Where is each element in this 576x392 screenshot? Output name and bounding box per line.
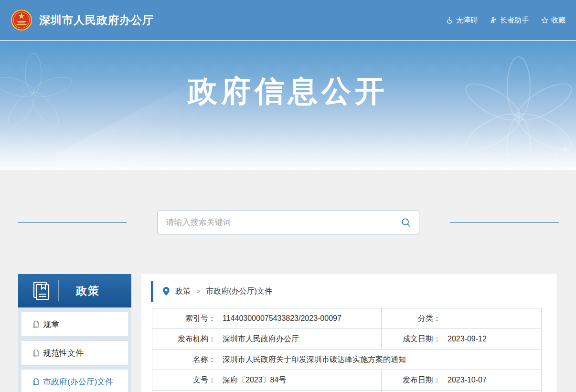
decorative-line-right: [450, 222, 559, 223]
top-link-label: 收藏: [551, 16, 565, 25]
page: 深圳市人民政府办公厅 无障碍: [0, 0, 576, 392]
field-label-category: 分类：: [382, 314, 441, 324]
table-row: 文号： 深府〔2023〕84号 发布日期： 2023-10-07: [152, 370, 542, 391]
field-label-index-number: 索引号：: [152, 314, 216, 324]
search-section: [0, 211, 576, 234]
wheelchair-icon: [446, 16, 453, 24]
doc-info-table: 索引号： 114403000075433823/2023-00097 分类： 发…: [152, 308, 542, 392]
search-button[interactable]: [401, 217, 411, 228]
field-label-publish-date: 发布日期：: [382, 375, 441, 385]
field-value-publish-date: 2023-10-07: [448, 376, 487, 384]
search-input[interactable]: [165, 217, 401, 228]
breadcrumb-accent-bar: [151, 281, 153, 302]
field-value-issuing-agency: 深圳市人民政府办公厅: [223, 334, 299, 344]
book-icon: [31, 280, 52, 301]
topbar-links: 无障碍 长者助手 收藏: [446, 16, 565, 25]
sidebar-item-label: 市政府(办公厅)文件: [43, 376, 113, 387]
search-box: [157, 211, 419, 234]
sidebar: 政策 规章: [18, 274, 131, 392]
table-row: 发布机构： 深圳市人民政府办公厅 成文日期： 2023-09-12: [152, 329, 542, 350]
document-icon: [32, 350, 39, 357]
table-row: 名称： 深圳市人民政府关于印发深圳市碳达峰实施方案的通知: [152, 350, 542, 370]
table-row: 索引号： 114403000075433823/2023-00097 分类：: [152, 308, 542, 329]
breadcrumb-link-policy[interactable]: 政策: [175, 286, 191, 297]
national-emblem-logo: [11, 9, 32, 31]
brand: 深圳市人民政府办公厅: [11, 9, 154, 31]
sidebar-header-policy[interactable]: 政策: [18, 274, 131, 307]
sidebar-item-municipal-government-documents[interactable]: 市政府(办公厅)文件: [21, 370, 128, 392]
sidebar-item-label: 规章: [43, 319, 59, 330]
field-value-index-number: 114403000075433823/2023-00097: [223, 314, 341, 323]
banner: 政府信息公开: [0, 40, 576, 170]
sidebar-item-normative-documents[interactable]: 规范性文件: [21, 341, 128, 365]
field-label-document-name: 名称：: [152, 355, 216, 365]
document-icon: [32, 321, 39, 328]
location-pin-icon: [163, 287, 170, 296]
site-title[interactable]: 深圳市人民政府办公厅: [39, 13, 154, 28]
elder-person-icon: [490, 16, 497, 24]
table-row-partial: [152, 391, 542, 392]
field-value-document-name: 深圳市人民政府关于印发深圳市碳达峰实施方案的通知: [223, 355, 406, 365]
topbar: 深圳市人民政府办公厅 无障碍: [0, 0, 576, 40]
field-label-issuing-agency: 发布机构：: [152, 334, 216, 344]
field-label-document-number: 文号：: [152, 375, 216, 385]
document-icon: [32, 378, 39, 385]
star-icon: [541, 17, 548, 24]
field-value-document-number: 深府〔2023〕84号: [223, 375, 286, 385]
field-label-written-date: 成文日期：: [382, 334, 441, 344]
search-icon: [401, 217, 411, 228]
page-title: 政府信息公开: [0, 71, 576, 111]
sidebar-item-label: 规范性文件: [43, 348, 84, 359]
sidebar-item-regulations[interactable]: 规章: [21, 312, 128, 336]
favorite-link[interactable]: 收藏: [541, 16, 565, 25]
breadcrumb-current: 市政府(办公厅)文件: [206, 286, 272, 297]
elder-assistant-link[interactable]: 长者助手: [490, 16, 529, 25]
breadcrumb-separator: >: [196, 287, 200, 295]
top-link-label: 无障碍: [456, 16, 478, 25]
main-content: 政策 > 市政府(办公厅)文件 索引号： 114403000075433823/…: [141, 274, 557, 392]
field-value-written-date: 2023-09-12: [448, 335, 487, 343]
content-area: 政策 规章: [0, 274, 576, 392]
breadcrumb: 政策 > 市政府(办公厅)文件: [151, 281, 547, 302]
header-divider: [58, 280, 59, 301]
accessibility-link[interactable]: 无障碍: [446, 16, 478, 25]
decorative-line-left: [18, 222, 127, 223]
top-link-label: 长者助手: [500, 16, 529, 25]
sidebar-header-label: 政策: [76, 284, 100, 298]
